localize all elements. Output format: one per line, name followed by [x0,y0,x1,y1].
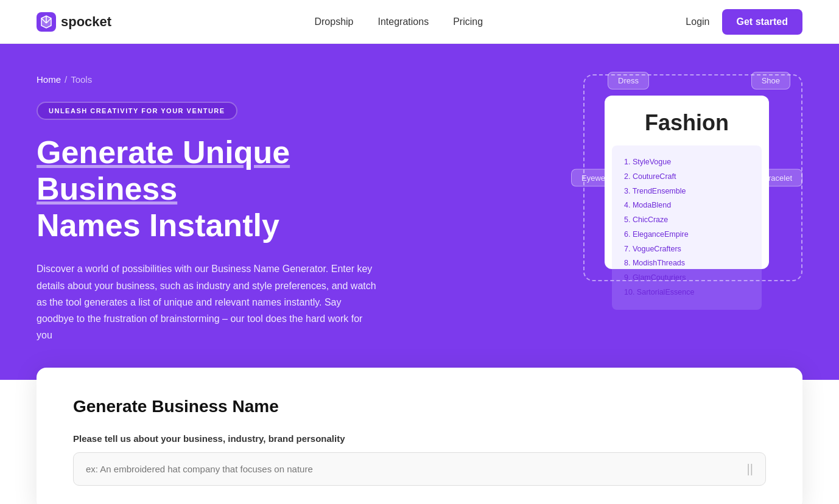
hero-section: Home / Tools UNLEASH CREATIVITY FOR YOUR… [0,44,839,380]
names-list-item: 9. GlamCouturiers [624,271,749,285]
names-list-item: 4. ModaBlend [624,198,749,213]
form-label: Please tell us about your business, indu… [73,433,766,444]
names-list-item: 7. VogueCrafters [624,242,749,257]
fashion-label: Fashion [605,96,769,145]
form-title: Generate Business Name [73,397,766,416]
names-list-item: 3. TrendEnsemble [624,184,749,199]
names-list-item: 1. StyleVogue [624,155,749,170]
nav-pricing[interactable]: Pricing [453,16,483,27]
nav-integrations[interactable]: Integrations [378,16,429,27]
nav-actions: Login Get started [686,9,802,35]
tag-shoe: Shoe [751,72,790,89]
nav-links: Dropship Integrations Pricing [314,16,483,27]
names-list-item: 10. SartorialEssence [624,285,749,300]
mic-icon[interactable]: || [735,462,765,476]
names-list-item: 8. ModishThreads [624,256,749,271]
business-description-input[interactable] [74,453,735,485]
hero-content: Home / Tools UNLEASH CREATIVITY FOR YOUR… [37,74,426,343]
logo-text: spocket [61,14,111,30]
login-button[interactable]: Login [686,16,709,27]
get-started-button[interactable]: Get started [722,9,802,35]
names-list-item: 5. ChicCraze [624,213,749,228]
names-list: 1. StyleVogue2. CoutureCraft3. TrendEnse… [612,145,762,310]
breadcrumb-home[interactable]: Home [37,74,61,85]
hero-badge: UNLEASH CREATIVITY FOR YOUR VENTURE [37,102,237,120]
nav-dropship[interactable]: Dropship [314,16,353,27]
breadcrumb-separator: / [65,74,67,85]
names-list-item: 2. CoutureCraft [624,170,749,184]
tag-dress: Dress [608,72,649,89]
navbar: spocket Dropship Integrations Pricing Lo… [0,0,839,44]
input-wrapper: || [73,452,766,486]
names-list-item: 6. EleganceEmpire [624,228,749,242]
fashion-center-card: Fashion 1. StyleVogue2. CoutureCraft3. T… [605,96,769,269]
hero-illustration: Dress Shoe Eyewear Bracelet Fashion 1. S… [571,62,802,293]
hero-description: Discover a world of possibilities with o… [37,261,377,343]
hero-title: Generate Unique Business Names Instantly [37,135,426,243]
logo-icon [37,12,56,32]
breadcrumb-current: Tools [71,74,92,85]
logo[interactable]: spocket [37,12,111,32]
form-section: Generate Business Name Please tell us ab… [37,368,802,504]
breadcrumb: Home / Tools [37,74,426,85]
